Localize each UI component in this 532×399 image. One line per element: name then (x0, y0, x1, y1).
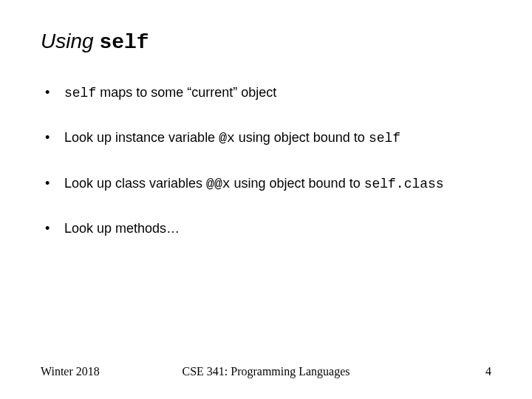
code-span: self.class (364, 177, 444, 191)
text-span: Look up class variables (64, 176, 206, 191)
text-span: Look up methods… (64, 221, 180, 236)
code-span: self (369, 131, 400, 146)
code-span: @x (219, 131, 235, 146)
title-prefix: Using (41, 30, 99, 52)
bullet-list: self maps to some “current” object Look … (41, 83, 491, 237)
text-span: maps to some “current” object (96, 85, 276, 100)
bullet-item: Look up instance variable @x using objec… (41, 129, 491, 147)
footer: Winter 2018 CSE 341: Programming Languag… (41, 365, 491, 378)
code-span: @@x (206, 177, 230, 191)
bullet-item: Look up class variables @@x using object… (41, 174, 491, 193)
text-span: using object bound to (235, 130, 369, 145)
title-code: self (99, 31, 149, 54)
text-span: using object bound to (231, 176, 364, 191)
bullet-item: self maps to some “current” object (41, 83, 491, 102)
text-span: Look up instance variable (64, 130, 219, 145)
code-span: self (64, 86, 96, 100)
slide: Using self self maps to some “current” o… (0, 0, 532, 399)
footer-course: CSE 341: Programming Languages (41, 365, 491, 378)
slide-title: Using self (41, 30, 491, 54)
bullet-item: Look up methods… (41, 219, 491, 237)
